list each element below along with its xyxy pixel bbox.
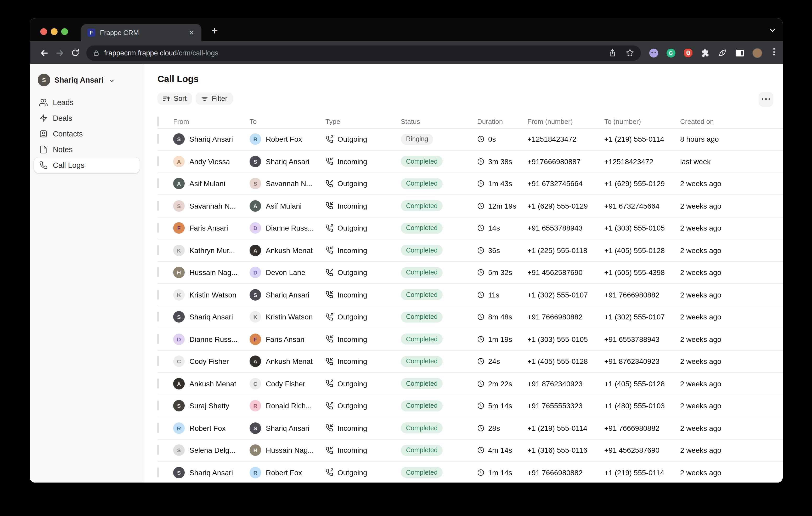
from-avatar: R xyxy=(173,422,185,434)
row-checkbox[interactable] xyxy=(157,156,158,166)
created-on: 2 weeks ago xyxy=(680,224,783,232)
row-checkbox[interactable] xyxy=(157,423,158,433)
table-row[interactable]: F Faris Ansari D Dianne Russ... Outgoing… xyxy=(157,217,783,239)
from-name: Suraj Shetty xyxy=(190,402,229,410)
row-checkbox[interactable] xyxy=(157,445,158,455)
reload-button[interactable] xyxy=(67,45,83,61)
table-row[interactable]: D Dianne Russ... F Faris Ansari Incoming… xyxy=(157,328,783,351)
tab-search-chevron-icon[interactable] xyxy=(769,27,776,33)
created-on: 2 weeks ago xyxy=(680,269,783,277)
to-avatar: S xyxy=(250,178,261,189)
table-row[interactable]: S Savannah N... A Asif Mulani Incoming C… xyxy=(157,195,783,217)
sidebar-item-notes[interactable]: Notes xyxy=(34,142,140,157)
type-cell: Incoming xyxy=(325,357,401,366)
row-checkbox[interactable] xyxy=(157,334,158,344)
phone-outgoing-icon xyxy=(325,469,333,477)
to-avatar: A xyxy=(250,245,261,256)
table-row[interactable]: S Shariq Ansari K Kristin Watson Outgoin… xyxy=(157,306,783,328)
row-checkbox[interactable] xyxy=(157,223,158,233)
duration-cell: 1m 14s xyxy=(477,468,527,477)
sidebar-item-leads[interactable]: Leads xyxy=(34,95,140,110)
duration-cell: 36s xyxy=(477,246,527,254)
clock-icon xyxy=(477,291,485,299)
table-row[interactable]: A Asif Mulani S Savannah N... Outgoing C… xyxy=(157,173,783,195)
table-row[interactable]: R Robert Fox S Shariq Ansari Incoming Co… xyxy=(157,417,783,439)
leaf-extension-icon[interactable] xyxy=(718,48,727,58)
sidebar-item-call-logs[interactable]: Call Logs xyxy=(34,157,140,173)
grammarly-extension-icon[interactable]: G xyxy=(666,48,675,58)
row-checkbox[interactable] xyxy=(157,201,158,211)
created-on: 2 weeks ago xyxy=(680,180,783,188)
zoom-window-button[interactable] xyxy=(61,28,68,35)
created-on: 2 weeks ago xyxy=(680,402,783,410)
sort-button[interactable]: Sort xyxy=(157,93,192,104)
row-checkbox[interactable] xyxy=(157,134,158,144)
octopus-extension-icon[interactable] xyxy=(649,48,658,58)
to-number: +1 (629) 555-0129 xyxy=(604,180,680,188)
from-cell: F Faris Ansari xyxy=(173,222,250,234)
from-avatar: S xyxy=(173,467,185,478)
chevron-down-icon xyxy=(109,78,115,83)
screen: F Frappe CRM ✕ + xyxy=(0,0,812,516)
tab-close-icon[interactable]: ✕ xyxy=(188,29,195,37)
to-number: +1 (405) 555-0128 xyxy=(604,380,680,388)
type-cell: Incoming xyxy=(325,246,401,254)
table-row[interactable]: C Cody Fisher A Ankush Menat Incoming Co… xyxy=(157,351,783,373)
back-button[interactable] xyxy=(36,45,52,61)
type-label: Outgoing xyxy=(338,468,367,477)
row-checkbox[interactable] xyxy=(157,290,158,300)
type-cell: Incoming xyxy=(325,335,401,343)
from-number: +91 6732745664 xyxy=(527,180,604,188)
sidebar-item-contacts[interactable]: Contacts xyxy=(34,126,140,142)
extensions-puzzle-icon[interactable] xyxy=(701,48,710,58)
type-cell: Incoming xyxy=(325,157,401,166)
row-checkbox[interactable] xyxy=(157,267,158,277)
select-all-checkbox[interactable] xyxy=(157,117,158,126)
to-number: +1 (219) 555-0114 xyxy=(604,135,680,144)
user-switcher[interactable]: S Shariq Ansari xyxy=(38,74,139,86)
row-checkbox[interactable] xyxy=(157,312,158,322)
table-row[interactable]: S Shariq Ansari R Robert Fox Outgoing Co… xyxy=(157,462,783,483)
sidebar-item-deals[interactable]: Deals xyxy=(34,110,140,126)
table-row[interactable]: S Shariq Ansari R Robert Fox Outgoing Ri… xyxy=(157,128,783,151)
table-row[interactable]: A Ankush Menat C Cody Fisher Outgoing Co… xyxy=(157,373,783,395)
browser-menu-icon[interactable] xyxy=(770,48,778,58)
to-avatar: S xyxy=(250,289,261,301)
row-checkbox[interactable] xyxy=(157,356,158,366)
type-label: Incoming xyxy=(338,424,367,432)
table-row[interactable]: K Kristin Watson S Shariq Ansari Incomin… xyxy=(157,284,783,306)
extension-icons: G xyxy=(649,48,778,58)
to-cell: S Shariq Ansari xyxy=(250,289,325,301)
row-checkbox[interactable] xyxy=(157,378,158,389)
table-row[interactable]: K Kathryn Mur... A Ankush Menat Incoming… xyxy=(157,239,783,262)
adblock-extension-icon[interactable] xyxy=(683,48,693,58)
forward-button[interactable] xyxy=(52,45,67,61)
from-cell: A Asif Mulani xyxy=(173,178,250,189)
more-options-button[interactable] xyxy=(759,92,773,107)
sidebar-toggle-extension-icon[interactable] xyxy=(735,48,745,58)
from-number: +91 6553788943 xyxy=(527,224,604,232)
table-row[interactable]: S Suraj Shetty R Ronald Rich... Outgoing… xyxy=(157,395,783,417)
to-name: Robert Fox xyxy=(266,135,302,144)
bookmark-star-icon[interactable] xyxy=(626,49,634,57)
table-row[interactable]: A Andy Viessa S Shariq Ansari Incoming C… xyxy=(157,151,783,173)
url-bar[interactable]: frappecrm.frappe.cloud/crm/call-logs xyxy=(86,45,641,60)
row-checkbox[interactable] xyxy=(157,245,158,255)
row-checkbox[interactable] xyxy=(157,401,158,411)
row-checkbox[interactable] xyxy=(157,179,158,188)
type-cell: Incoming xyxy=(325,202,401,210)
filter-button[interactable]: Filter xyxy=(196,93,233,104)
to-cell: S Shariq Ansari xyxy=(250,422,325,434)
phone-outgoing-icon xyxy=(325,402,333,410)
from-cell: K Kristin Watson xyxy=(173,289,250,301)
new-tab-button[interactable]: + xyxy=(211,25,218,37)
close-window-button[interactable] xyxy=(40,28,47,35)
share-icon[interactable] xyxy=(608,49,616,57)
table-row[interactable]: H Hussain Nag... D Devon Lane Outgoing C… xyxy=(157,262,783,284)
minimize-window-button[interactable] xyxy=(51,28,58,35)
browser-profile-avatar[interactable] xyxy=(752,48,762,58)
type-cell: Outgoing xyxy=(325,380,401,388)
row-checkbox[interactable] xyxy=(157,467,158,477)
table-row[interactable]: S Selena Delg... H Hussain Nag... Incomi… xyxy=(157,439,783,462)
browser-tab[interactable]: F Frappe CRM ✕ xyxy=(81,24,201,41)
